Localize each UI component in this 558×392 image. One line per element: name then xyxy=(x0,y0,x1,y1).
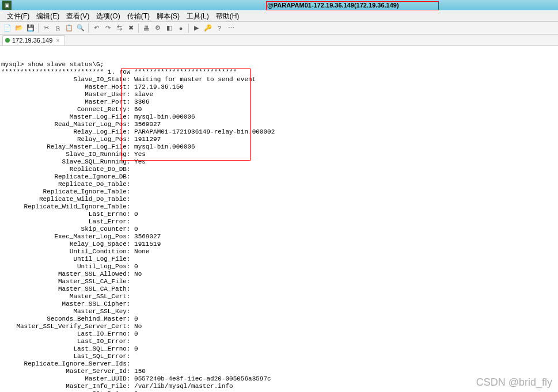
folder-new-icon[interactable]: 📄 xyxy=(2,23,13,33)
toolbar-separator xyxy=(38,24,39,33)
menu-item[interactable]: 文件(F) xyxy=(3,10,33,22)
options-icon[interactable]: ⋯ xyxy=(226,23,236,33)
toolbar-separator xyxy=(188,24,189,33)
title-bar: ▣ @PARAPAM01-172.19.36.149(172.19.36.149… xyxy=(0,0,558,10)
connect-icon[interactable]: ⇆ xyxy=(114,23,124,33)
menu-item[interactable]: 查看(V) xyxy=(63,10,93,22)
folder-open-icon[interactable]: 📂 xyxy=(14,23,24,33)
menu-item[interactable]: 传输(T) xyxy=(124,10,153,22)
window-title: @PARAPAM01-172.19.36.149(172.19.36.149) xyxy=(267,2,399,9)
menu-bar[interactable]: 文件(F)编辑(E)查看(V)选项(O)传输(T)脚本(S)工具(L)帮助(H) xyxy=(0,10,558,22)
toolbar-separator xyxy=(88,24,89,33)
terminal-output[interactable]: mysql> show slave status\G; ************… xyxy=(0,46,558,392)
close-icon[interactable]: × xyxy=(56,37,59,44)
menu-item[interactable]: 工具(L) xyxy=(183,10,212,22)
save-icon[interactable]: 💾 xyxy=(25,23,36,33)
session-tab[interactable]: 172.19.36.149 × xyxy=(2,35,65,45)
copy-icon[interactable]: ⎘ xyxy=(52,23,63,33)
record-icon[interactable]: ● xyxy=(176,23,186,33)
terminal-text: mysql> show slave status\G; ************… xyxy=(1,61,557,392)
paste-icon[interactable]: 📋 xyxy=(64,23,74,33)
tab-label: 172.19.36.149 xyxy=(12,37,52,44)
print-icon[interactable]: 🖶 xyxy=(141,23,151,33)
toolbar-separator xyxy=(138,24,139,33)
menu-item[interactable]: 编辑(E) xyxy=(33,10,63,22)
find-icon[interactable]: 🔍 xyxy=(75,23,86,33)
cut-icon[interactable]: ✂ xyxy=(41,23,51,33)
printer-setup-icon[interactable]: ⚙ xyxy=(153,23,163,33)
menu-item[interactable]: 帮助(H) xyxy=(212,10,243,22)
help-icon[interactable]: ? xyxy=(214,23,225,33)
toolbar[interactable]: 📄📂💾✂⎘📋🔍↶↷⇆✖🖶⚙◧●▶🔑?⋯ xyxy=(0,22,558,35)
connection-status-icon xyxy=(5,38,10,43)
disconnect-icon[interactable]: ✖ xyxy=(126,23,136,33)
app-icon: ▣ xyxy=(2,1,12,10)
toggle-icon[interactable]: ◧ xyxy=(164,23,174,33)
menu-item[interactable]: 脚本(S) xyxy=(153,10,183,22)
tab-bar: 172.19.36.149 × xyxy=(0,35,558,46)
menu-item[interactable]: 选项(O) xyxy=(93,10,123,22)
play-icon[interactable]: ▶ xyxy=(191,23,202,33)
key-icon[interactable]: 🔑 xyxy=(203,23,213,33)
redo-icon[interactable]: ↷ xyxy=(103,23,113,33)
undo-icon[interactable]: ↶ xyxy=(91,23,101,33)
